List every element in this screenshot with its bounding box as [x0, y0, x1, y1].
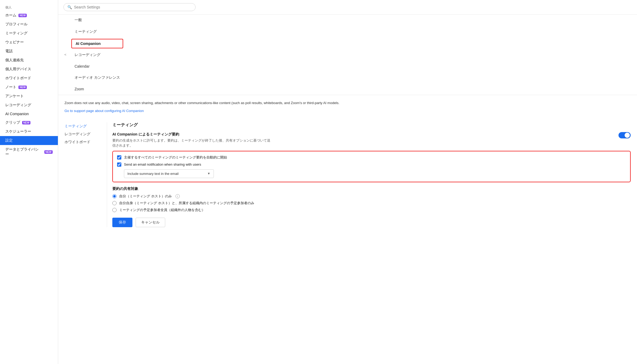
right-content: ミーティング AI Companion によるミーティング要約 要約の生成をホス…: [107, 122, 631, 227]
sidebar-section-label: 個人: [0, 3, 58, 11]
tab-ai-companion[interactable]: AI Companion: [71, 39, 123, 48]
left-nav-item-recording[interactable]: レコーディング: [64, 130, 103, 138]
tab-audio-conference[interactable]: オーディオ カンファレンス: [70, 72, 124, 84]
left-nav-item-whiteboard[interactable]: ホワイトボード: [64, 138, 103, 146]
checkbox-row-2: Send an email notification when sharing …: [117, 162, 626, 167]
sidebar-item-webinar[interactable]: ウェビナー: [0, 38, 58, 47]
sidebar-item-scheduler[interactable]: スケジューラー: [0, 127, 58, 136]
radio-row-2: ミーティングの予定参加者全員（組織外の人物を含む）: [112, 208, 631, 212]
checkbox-label-2: Send an email notification when sharing …: [124, 162, 201, 166]
left-nav: ミーティングレコーディングホワイトボード: [64, 122, 107, 227]
setting-row: AI Companion によるミーティング要約 要約の生成をホストに許可します…: [112, 132, 631, 182]
radio-label-2: ミーティングの予定参加者全員（組織外の人物を含む）: [119, 208, 205, 212]
sidebar-item-label: レコーディング: [5, 103, 31, 108]
setting-name: AI Companion によるミーティング要約: [112, 132, 271, 137]
sidebar-item-home[interactable]: ホームNEW: [0, 11, 58, 20]
radio-option-2[interactable]: [112, 208, 117, 212]
sidebar-badge: NEW: [44, 150, 53, 154]
dropdown-arrow-icon: ▼: [207, 172, 210, 175]
sidebar-item-label: データとプライバシー: [5, 147, 42, 157]
sidebar-item-devices[interactable]: 個人用デバイス: [0, 65, 58, 74]
sidebar-item-label: アンケート: [5, 94, 24, 99]
sidebar-item-ai-companion[interactable]: AI Companion: [0, 110, 58, 118]
left-nav-item-meeting[interactable]: ミーティング: [64, 122, 103, 130]
sidebar-badge: NEW: [19, 14, 27, 17]
search-input[interactable]: [74, 5, 153, 9]
sidebar-badge: NEW: [22, 121, 30, 124]
sidebar: 個人 ホームNEWプロフィールミーティングウェビナー電話個人連絡先個人用デバイス…: [0, 0, 58, 364]
sidebar-item-contacts[interactable]: 個人連絡先: [0, 56, 58, 65]
dropdown-value: Include summary text in the email: [127, 172, 179, 176]
sidebar-item-recording[interactable]: レコーディング: [0, 101, 58, 110]
tab-general[interactable]: 一般: [70, 15, 124, 26]
tab-back-button[interactable]: ＜: [63, 49, 69, 60]
sidebar-item-label: ミーティング: [5, 31, 27, 36]
search-input-wrapper[interactable]: 🔍: [63, 3, 196, 11]
tab-meeting[interactable]: ミーティング: [70, 26, 124, 38]
setting-header: AI Companion によるミーティング要約 要約の生成をホストに許可します…: [112, 132, 631, 148]
share-section: 要約の共有対象 自分（ミーティング ホスト）のみi自分自身（ミーティング ホスト…: [112, 186, 631, 212]
sidebar-item-label: スケジューラー: [5, 129, 31, 134]
sidebar-item-phone[interactable]: 電話: [0, 47, 58, 56]
sidebar-item-clip[interactable]: クリップNEW: [0, 118, 58, 127]
sidebar-item-label: 個人連絡先: [5, 58, 24, 63]
tab-calendar[interactable]: Calendar: [70, 61, 124, 72]
sidebar-item-label: ホーム: [5, 13, 16, 18]
checkbox-row-1: 主催するすべてのミーティングのミーティング要約を自動的に開始: [117, 155, 626, 160]
cancel-button[interactable]: キャンセル: [136, 218, 165, 227]
sidebar-item-notes[interactable]: ノートNEW: [0, 83, 58, 92]
main-content: 🔍 ＜ 一般ミーティングAI CompanionレコーディングCalendarオ…: [58, 0, 637, 364]
setting-info: AI Companion によるミーティング要約 要約の生成をホストに許可します…: [112, 132, 271, 148]
share-title: 要約の共有対象: [112, 186, 631, 191]
checkbox-auto-start[interactable]: [117, 155, 121, 160]
tabs-bar: ＜ 一般ミーティングAI CompanionレコーディングCalendarオーデ…: [58, 15, 637, 95]
radio-label-0: 自分（ミーティング ホスト）のみ: [119, 194, 172, 199]
search-icon: 🔍: [67, 5, 72, 9]
checkbox-label-1: 主催するすべてのミーティングのミーティング要約を自動的に開始: [124, 155, 227, 160]
search-bar: 🔍: [58, 0, 637, 15]
toggle-ai-summary[interactable]: [618, 132, 631, 138]
sidebar-item-privacy[interactable]: データとプライバシーNEW: [0, 145, 58, 159]
radio-row-1: 自分自身（ミーティング ホスト）と、所属する組織内のミーティングの予定参加者のみ: [112, 201, 631, 206]
content-area: Zoom does not use any audio, video, chat…: [58, 95, 637, 364]
sidebar-item-label: プロフィール: [5, 22, 27, 27]
sidebar-item-label: ノート: [5, 85, 16, 90]
info-icon[interactable]: i: [176, 194, 180, 198]
sidebar-item-whiteboard[interactable]: ホワイトボード: [0, 74, 58, 83]
settings-body: ミーティングレコーディングホワイトボード ミーティング AI Companion…: [64, 122, 631, 227]
sidebar-item-profile[interactable]: プロフィール: [0, 20, 58, 29]
setting-desc: 要約の生成をホストに許可します。要約は、ミーティングが終了した後、共有オプション…: [112, 138, 271, 148]
checkbox-email-notify[interactable]: [117, 162, 121, 167]
support-link[interactable]: Go to support page about configuring AI …: [64, 109, 144, 113]
section-title: ミーティング: [112, 122, 631, 128]
radio-row-0: 自分（ミーティング ホスト）のみi: [112, 194, 631, 199]
sidebar-item-settings[interactable]: 設定: [0, 136, 58, 145]
sidebar-item-label: ウェビナー: [5, 40, 24, 45]
sidebar-item-label: 設定: [5, 138, 13, 143]
sidebar-badge: NEW: [19, 86, 27, 89]
sidebar-item-label: 個人用デバイス: [5, 67, 31, 72]
sidebar-item-meeting[interactable]: ミーティング: [0, 29, 58, 38]
sidebar-item-survey[interactable]: アンケート: [0, 92, 58, 101]
tab-recording[interactable]: レコーディング: [70, 49, 124, 61]
sidebar-item-label: AI Companion: [5, 112, 29, 116]
email-dropdown[interactable]: Include summary text in the email ▼: [124, 169, 214, 178]
radio-option-0[interactable]: [112, 194, 117, 198]
action-buttons: 保存 キャンセル: [112, 218, 631, 227]
sidebar-item-label: ホワイトボード: [5, 76, 31, 81]
info-text: Zoom does not use any audio, video, chat…: [64, 100, 631, 106]
radio-option-1[interactable]: [112, 201, 117, 205]
tab-zoom[interactable]: Zoom: [70, 84, 124, 95]
save-button[interactable]: 保存: [112, 218, 132, 227]
sub-options-box: 主催するすべてのミーティングのミーティング要約を自動的に開始 Send an e…: [112, 151, 631, 182]
sidebar-item-label: 電話: [5, 49, 13, 54]
sidebar-item-label: クリップ: [5, 120, 20, 125]
radio-label-1: 自分自身（ミーティング ホスト）と、所属する組織内のミーティングの予定参加者のみ: [119, 201, 254, 206]
